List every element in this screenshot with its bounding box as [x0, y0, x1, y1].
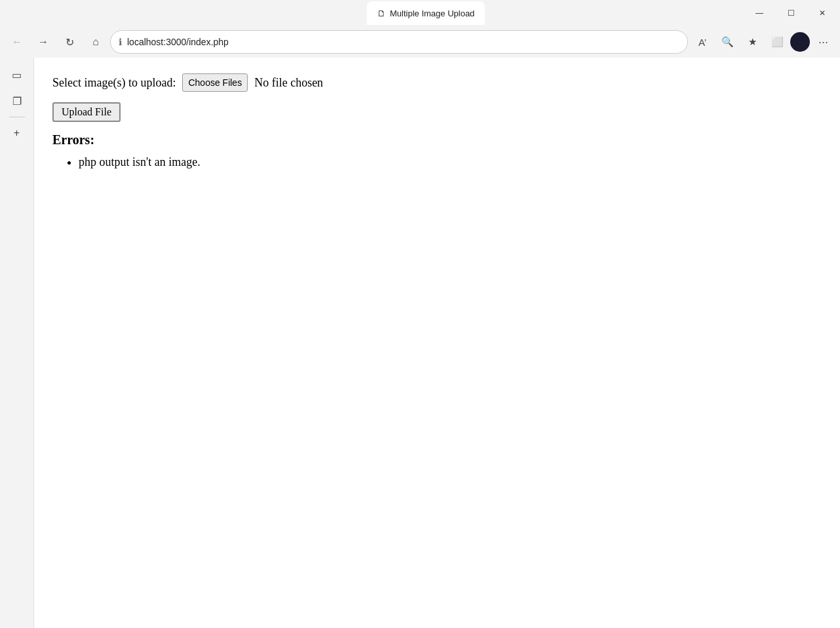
sidebar-add-button[interactable]: +: [5, 121, 29, 145]
maximize-button[interactable]: ☐: [776, 3, 806, 24]
minimize-button[interactable]: —: [744, 3, 774, 24]
nav-bar: ← → ↻ ⌂ ℹ A’ 🔍 ★ ⬜ ⋯: [0, 26, 840, 58]
sidebar-collections-button[interactable]: ▭: [5, 63, 29, 87]
upload-button-wrapper: Upload File: [52, 102, 822, 132]
browser-tab[interactable]: 🗋 Multiple Image Upload: [367, 1, 485, 25]
error-item: php output isn't an image.: [79, 155, 822, 169]
title-bar: 🗋 Multiple Image Upload — ☐ ✕: [0, 0, 840, 26]
errors-section: Errors: php output isn't an image.: [52, 132, 822, 169]
collections-button[interactable]: ⬜: [765, 30, 789, 54]
forward-button[interactable]: →: [31, 30, 55, 54]
avatar[interactable]: [790, 32, 810, 52]
browser-window: 🗋 Multiple Image Upload — ☐ ✕ ← → ↻ ⌂ ℹ …: [0, 0, 840, 628]
upload-form-line: Select image(s) to upload: Choose Files …: [52, 73, 822, 92]
nav-right-icons: A’ 🔍 ★ ⬜ ⋯: [691, 30, 835, 54]
title-bar-controls: — ☐ ✕: [744, 3, 840, 24]
upload-file-button[interactable]: Upload File: [52, 102, 121, 122]
read-aloud-button[interactable]: A’: [691, 30, 714, 54]
tab-document-icon: 🗋: [377, 9, 386, 18]
address-bar[interactable]: [127, 37, 679, 47]
no-file-text: No file chosen: [254, 76, 323, 90]
zoom-button[interactable]: 🔍: [716, 30, 739, 54]
info-icon: ℹ: [119, 37, 122, 47]
sidebar-copy-button[interactable]: ❐: [5, 89, 29, 113]
choose-files-button[interactable]: Choose Files: [182, 73, 248, 92]
errors-heading: Errors:: [52, 132, 822, 147]
settings-button[interactable]: ⋯: [811, 30, 835, 54]
sidebar: ▭ ❐ +: [0, 58, 34, 628]
sidebar-divider: [9, 117, 25, 117]
favorites-button[interactable]: ★: [740, 30, 764, 54]
upload-label: Select image(s) to upload:: [52, 76, 176, 90]
errors-list: php output isn't an image.: [79, 155, 822, 169]
back-button[interactable]: ←: [5, 30, 29, 54]
home-button[interactable]: ⌂: [84, 30, 107, 54]
close-button[interactable]: ✕: [807, 3, 837, 24]
address-bar-wrapper: ℹ: [110, 30, 688, 54]
page-content: Select image(s) to upload: Choose Files …: [34, 58, 840, 628]
tab-title: Multiple Image Upload: [390, 9, 474, 18]
browser-body: ▭ ❐ + Select image(s) to upload: Choose …: [0, 58, 840, 628]
reload-button[interactable]: ↻: [58, 30, 81, 54]
